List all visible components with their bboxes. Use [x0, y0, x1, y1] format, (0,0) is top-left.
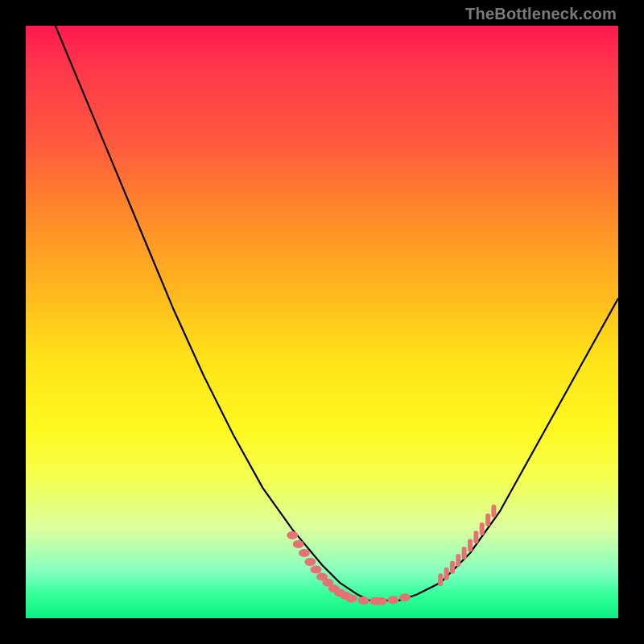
- scatter-bar: [473, 530, 478, 543]
- scatter-bar: [450, 561, 455, 574]
- scatter-bar: [456, 554, 460, 567]
- scatter-dot: [287, 531, 298, 539]
- scatter-bar: [438, 573, 443, 586]
- scatter-dot: [304, 558, 316, 566]
- scatter-bar: [462, 547, 467, 559]
- watermark-text: TheBottleneck.com: [465, 5, 617, 23]
- chart-frame: TheBottleneck.com: [0, 0, 644, 644]
- scatter-dot: [346, 595, 357, 603]
- scatter-bar: [480, 522, 485, 535]
- plot-area: [26, 26, 618, 618]
- scatter-dot: [311, 566, 322, 574]
- scatter-bar: [485, 514, 490, 526]
- scatter-dot: [376, 597, 387, 605]
- scatter-bar: [491, 505, 496, 518]
- scatter-bar: [468, 539, 473, 552]
- bottleneck-curve: [56, 26, 618, 601]
- scatter-dot: [387, 596, 398, 604]
- curve-layer: [26, 26, 618, 618]
- scatter-bar: [444, 568, 449, 580]
- scatter-dot: [399, 593, 411, 601]
- scatter-dot: [358, 597, 369, 605]
- scatter-dot: [299, 549, 310, 557]
- scatter-dot: [293, 540, 304, 548]
- scatter-points: [287, 505, 496, 605]
